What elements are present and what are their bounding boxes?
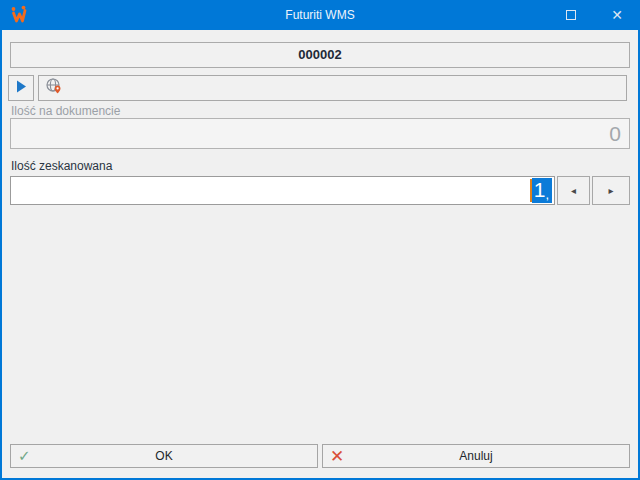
window-title: Futuriti WMS xyxy=(0,0,640,30)
ok-button-label: OK xyxy=(11,445,317,467)
close-button[interactable]: ✕ xyxy=(594,0,640,30)
quantity-scanned-input[interactable]: 1 , xyxy=(10,176,555,205)
title-bar: Futuriti WMS ✕ xyxy=(0,0,640,30)
arrow-right-icon: ▸ xyxy=(608,185,613,196)
arrow-left-icon: ◂ xyxy=(571,185,576,196)
close-icon: ✕ xyxy=(611,7,623,23)
app-window: Futuriti WMS ✕ 000002 Ilość na dokumen xyxy=(0,0,640,480)
quantity-on-document-label: Ilość na dokumencie xyxy=(11,104,120,118)
decrement-button[interactable]: ◂ xyxy=(557,176,590,205)
cancel-button-label: Anuluj xyxy=(323,445,629,467)
play-icon xyxy=(16,79,27,97)
quantity-scanned-label: Ilość zeskanowana xyxy=(11,159,112,173)
selected-value: 1 , xyxy=(532,178,552,203)
quantity-on-document-field: 0 xyxy=(10,118,630,149)
cancel-button[interactable]: ✕ Anuluj xyxy=(322,444,630,468)
scanned-quantity-value: 1 xyxy=(534,178,546,202)
globe-location-icon xyxy=(45,77,63,99)
location-field-button[interactable] xyxy=(38,75,627,101)
ok-button[interactable]: ✓ OK xyxy=(10,444,318,468)
start-scan-button[interactable] xyxy=(8,75,34,101)
increment-button[interactable]: ▸ xyxy=(592,176,630,205)
decimal-separator: , xyxy=(545,178,549,212)
maximize-button[interactable] xyxy=(548,0,594,30)
document-number-box: 000002 xyxy=(10,42,630,68)
quantity-on-document-value: 0 xyxy=(609,122,621,146)
maximize-icon xyxy=(566,10,576,20)
